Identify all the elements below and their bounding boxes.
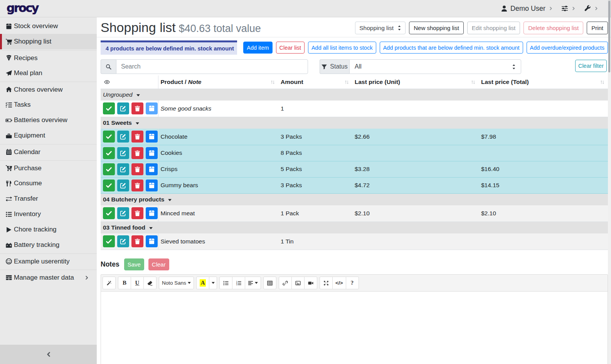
edit-item-button[interactable]	[117, 163, 129, 175]
edit-item-button[interactable]	[117, 131, 129, 143]
add-all-to-stock-button[interactable]: Add all list items to stock	[308, 42, 376, 54]
toolbar-table-button[interactable]	[263, 277, 276, 289]
product-button[interactable]	[146, 131, 158, 143]
sidebar-item-chore-tracking[interactable]: Chore tracking	[0, 222, 97, 237]
notes-title: Notes	[101, 260, 120, 268]
edit-item-button[interactable]	[117, 179, 129, 191]
toolbar-fontname-button[interactable]: Noto Sans	[159, 277, 194, 289]
edit-shopping-list-button[interactable]: Edit shopping list	[467, 22, 520, 34]
mark-done-button[interactable]	[103, 147, 115, 159]
app-logo[interactable]: grocy	[7, 0, 38, 16]
toolbar-eraser-button[interactable]	[143, 277, 157, 289]
product-button[interactable]	[146, 147, 158, 159]
mark-done-button[interactable]	[103, 235, 115, 247]
toolbar-color-button[interactable]: A	[196, 277, 209, 289]
edit-item-button[interactable]	[117, 102, 129, 114]
toolbar-codeview-button[interactable]: </>	[332, 277, 346, 289]
delete-item-button[interactable]	[131, 179, 143, 191]
mark-done-button[interactable]	[103, 163, 115, 175]
shopping-list-item-row: Some good snacks 1	[101, 101, 608, 117]
item-last-price-total: $2.10	[479, 205, 608, 221]
toolbar-color-caret-button[interactable]	[209, 277, 217, 289]
mark-done-button[interactable]	[103, 179, 115, 191]
toolbar-paragraph-button[interactable]	[245, 277, 261, 289]
user-menu[interactable]: Demo User	[501, 5, 553, 13]
new-shopping-list-button[interactable]: New shopping list	[409, 22, 464, 34]
edit-item-button[interactable]	[117, 207, 129, 219]
delete-shopping-list-button[interactable]: Delete shopping list	[523, 22, 583, 34]
sidebar-item-consume[interactable]: Consume	[0, 176, 97, 191]
toolbar-list-ol-button[interactable]: 123	[232, 277, 245, 289]
status-select[interactable]: All	[349, 59, 521, 74]
last-price-total-column-header[interactable]: Last price (Total)	[479, 75, 608, 89]
min-stock-alert[interactable]: 4 products are below defined min. stock …	[101, 40, 237, 55]
settings-menu[interactable]	[561, 5, 576, 12]
sidebar-item-shopping-list[interactable]: Shopping list	[0, 34, 97, 49]
group-header-row[interactable]: 04 Butchery products	[101, 193, 608, 205]
group-header-row[interactable]: 03 Tinned food	[101, 221, 608, 233]
toolbar-video-button[interactable]	[304, 277, 317, 289]
delete-item-button[interactable]	[131, 163, 143, 175]
sidebar-item-equipment[interactable]: Equipment	[0, 128, 97, 143]
sidebar-item-battery-tracking[interactable]: Battery tracking	[0, 237, 97, 253]
clear-list-button[interactable]: Clear list	[276, 42, 305, 54]
toolbar-fullscreen-button[interactable]	[320, 277, 333, 289]
toolbar-help-button[interactable]: ?	[346, 277, 359, 289]
delete-item-button[interactable]	[131, 147, 143, 159]
mark-done-button[interactable]	[103, 102, 115, 114]
mark-done-button[interactable]	[103, 131, 115, 143]
edit-item-button[interactable]	[117, 235, 129, 247]
print-button[interactable]: Print	[587, 22, 608, 34]
amount-column-header[interactable]: Amount	[278, 75, 352, 89]
sidebar-item-example-userentity[interactable]: Example userentity	[0, 253, 97, 269]
group-header-row[interactable]: 01 Sweets	[101, 117, 608, 129]
sidebar-item-inventory[interactable]: Inventory	[0, 206, 97, 222]
item-last-price-unit: $2.10	[352, 205, 479, 221]
shopping-list-select[interactable]: Shopping list	[355, 22, 406, 34]
sidebar-item-tasks[interactable]: Tasks	[0, 97, 97, 112]
product-button[interactable]	[146, 163, 158, 175]
sidebar-item-meal-plan[interactable]: Meal plan	[0, 65, 97, 81]
product-button[interactable]	[146, 235, 158, 247]
box-open-icon	[148, 150, 155, 156]
product-column-header[interactable]: Product / Note	[158, 75, 278, 89]
add-overdue-button[interactable]: Add overdue/expired products	[527, 42, 608, 54]
delete-item-button[interactable]	[131, 235, 143, 247]
search-input[interactable]	[116, 59, 308, 74]
toolbar-list-ul-button[interactable]	[219, 277, 232, 289]
add-item-button[interactable]: Add item	[243, 42, 272, 54]
edit-item-button[interactable]	[117, 147, 129, 159]
save-notes-button[interactable]: Save	[124, 258, 144, 270]
sidebar-item-transfer[interactable]: Transfer	[0, 191, 97, 206]
sidebar-item-calendar[interactable]: Calendar	[0, 144, 97, 159]
group-header-row[interactable]: Ungrouped	[101, 89, 608, 101]
sidebar-item-batteries-overview[interactable]: Batteries overview	[0, 112, 97, 128]
toolbar-link-button[interactable]	[279, 277, 292, 289]
product-button[interactable]	[146, 102, 158, 114]
add-below-min-stock-button[interactable]: Add products that are below defined min.…	[380, 42, 523, 54]
product-button[interactable]	[146, 179, 158, 191]
product-button[interactable]	[146, 207, 158, 219]
toolbar-image-button[interactable]	[291, 277, 305, 289]
clear-filter-button[interactable]: Clear filter	[575, 60, 607, 72]
delete-item-button[interactable]	[131, 131, 143, 143]
sidebar-item-purchase[interactable]: Purchase	[0, 160, 97, 176]
delete-item-button[interactable]	[131, 102, 143, 114]
sidebar-item-manage-master-data[interactable]: Manage master data	[0, 270, 97, 285]
admin-menu[interactable]	[584, 5, 598, 12]
toolbar-underline-button[interactable]: U	[131, 277, 144, 289]
sidebar-item-stock-overview[interactable]: Stock overview	[0, 18, 97, 34]
column-visibility-header[interactable]	[101, 75, 158, 89]
sidebar-collapse-button[interactable]	[0, 345, 97, 364]
last-price-unit-column-header[interactable]: Last price (Unit)	[352, 75, 479, 89]
scrollbar-thumb[interactable]	[608, 1, 610, 72]
sidebar-item-chores-overview[interactable]: Chores overview	[0, 82, 97, 97]
clear-notes-button[interactable]: Clear	[148, 258, 169, 270]
caret-down-icon	[255, 282, 258, 284]
delete-item-button[interactable]	[131, 207, 143, 219]
toolbar-magic-button[interactable]	[103, 277, 116, 289]
mark-done-button[interactable]	[103, 207, 115, 219]
toolbar-bold-button[interactable]: B	[118, 277, 131, 289]
sidebar-item-recipes[interactable]: Recipes	[0, 50, 97, 65]
notes-editor-area[interactable]	[101, 292, 608, 364]
